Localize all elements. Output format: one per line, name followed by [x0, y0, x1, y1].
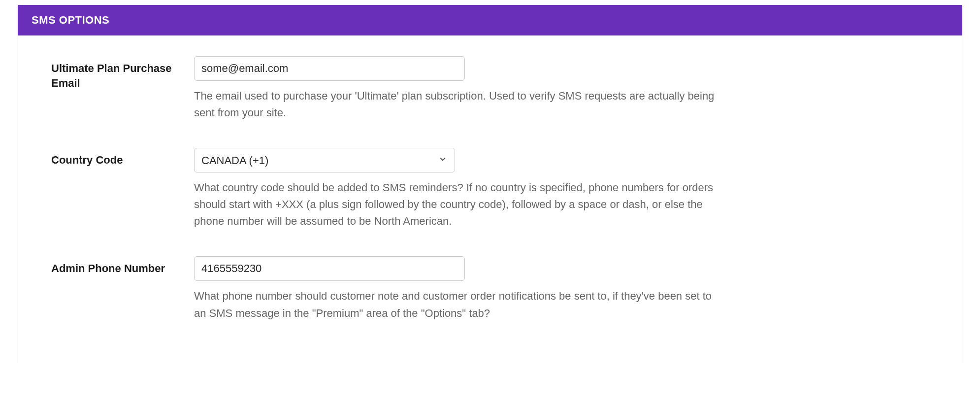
phone-help-text: What phone number should customer note a… [194, 288, 721, 321]
ultimate-plan-email-input[interactable] [194, 56, 465, 81]
field-row-country: Country Code CANADA (+1) What country co… [51, 148, 929, 230]
phone-label: Admin Phone Number [51, 256, 194, 276]
phone-control-wrap: What phone number should customer note a… [194, 256, 929, 321]
country-select-wrap: CANADA (+1) [194, 148, 455, 172]
country-help-text: What country code should be added to SMS… [194, 179, 721, 230]
sms-options-panel: SMS OPTIONS Ultimate Plan Purchase Email… [18, 5, 962, 363]
country-code-select[interactable]: CANADA (+1) [194, 148, 455, 172]
panel-body: Ultimate Plan Purchase Email The email u… [18, 35, 962, 363]
email-label: Ultimate Plan Purchase Email [51, 56, 194, 90]
email-help-text: The email used to purchase your 'Ultimat… [194, 88, 721, 121]
field-row-email: Ultimate Plan Purchase Email The email u… [51, 56, 929, 121]
country-control-wrap: CANADA (+1) What country code should be … [194, 148, 929, 230]
admin-phone-input[interactable] [194, 256, 465, 281]
field-row-phone: Admin Phone Number What phone number sho… [51, 256, 929, 321]
country-label: Country Code [51, 148, 194, 168]
email-control-wrap: The email used to purchase your 'Ultimat… [194, 56, 929, 121]
panel-title: SMS OPTIONS [18, 5, 962, 35]
